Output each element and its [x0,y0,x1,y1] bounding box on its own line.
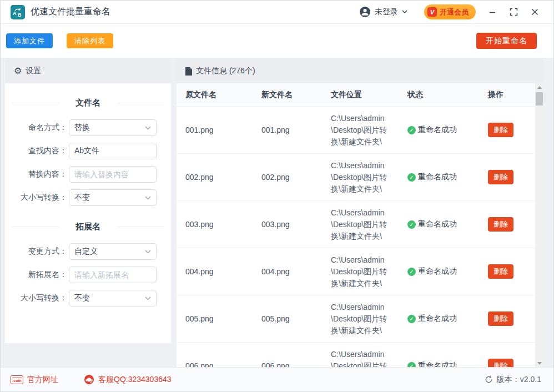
scroll-up-arrow[interactable] [535,83,543,91]
settings-panel: ⚙ 设置 文件名 命名方式： 替换 查找内容： [5,59,171,343]
original-name: 004.png [185,267,261,276]
app-title: 优速文件批量重命名 [31,6,110,18]
close-button[interactable] [527,4,542,20]
chevron-down-icon [145,126,151,130]
app-window: A B 优速文件批量重命名 未登录 [0,0,554,392]
section-title-filename: 文件名 [12,98,164,108]
delete-button[interactable]: 删除 [488,217,513,232]
table-row: 002.png 002.png C:\Users\admin\Desktop\图… [177,154,543,201]
case-convert-label: 大小写转换： [5,193,67,203]
maximize-button[interactable] [506,4,521,20]
settings-panel-header: ⚙ 设置 [5,59,171,83]
settings-title: 设置 [26,66,41,76]
status-badge: ✓重命名成功 [407,125,488,135]
minimize-button[interactable] [485,4,500,20]
file-location: C:\Users\admin\Desktop\图片转换\新建文件夹\ [331,160,387,195]
status-badge: ✓重命名成功 [407,267,488,277]
chevron-down-icon [145,196,151,200]
table-row: 005.png 005.png C:\Users\admin\Desktop\图… [177,295,543,343]
search-content-label: 查找内容： [5,146,67,156]
file-location: C:\Users\admin\Desktop\图片转换\新建文件夹\ [331,207,387,242]
col-status: 状态 [407,90,488,100]
login-status-label: 未登录 [375,7,398,17]
new-name: 001.png [261,125,331,134]
check-icon: ✓ [407,220,416,229]
chevron-down-icon [402,10,407,14]
statusbar: .com 官方网址 客服QQ:3234303643 [1,367,553,391]
file-location: C:\Users\admin\Desktop\图片转换\新建文件夹\ [331,254,387,289]
new-name: 003.png [261,220,331,229]
delete-button[interactable]: 删除 [488,123,513,137]
start-rename-button[interactable]: 开始重命名 [476,33,537,49]
status-badge: ✓重命名成功 [407,219,488,229]
section-title-extension: 拓展名 [12,222,164,232]
svg-text:B: B [18,12,22,17]
check-icon: ✓ [407,315,416,323]
new-extension-label: 新拓展名： [5,270,67,280]
file-info-panel: 文件信息 (276个) 原文件名 新文件名 文件位置 状态 操作 001.png… [177,59,543,368]
refresh-icon [485,375,493,384]
original-name: 003.png [185,220,261,229]
check-icon: ✓ [407,126,416,134]
new-extension-input[interactable] [74,270,151,279]
open-vip-button[interactable]: V 开通会员 [424,4,476,19]
headset-icon [84,374,94,385]
original-name: 005.png [185,314,261,323]
replace-content-label: 替换内容： [5,169,67,179]
case-convert-select[interactable]: 不变 [69,189,157,206]
svg-text:A: A [13,11,17,16]
ext-case-convert-select[interactable]: 不变 [69,290,157,306]
naming-method-label: 命名方式： [5,123,67,133]
scrollbar-thumb[interactable] [536,92,543,105]
user-avatar-icon [359,6,371,18]
titlebar: A B 优速文件批量重命名 未登录 [1,1,553,24]
vip-icon: V [427,7,437,17]
file-location: C:\Users\admin\Desktop\图片转换\新建文件夹\ [331,349,387,369]
table-row: 004.png 004.png C:\Users\admin\Desktop\图… [177,248,543,295]
clear-list-button[interactable]: 清除列表 [67,33,113,48]
website-icon: .com [11,375,23,384]
file-location: C:\Users\admin\Desktop\图片转换\新建文件夹\ [331,113,387,148]
status-badge: ✓重命名成功 [407,314,488,324]
delete-button[interactable]: 删除 [488,264,513,279]
col-original: 原文件名 [185,90,261,100]
table-row: 001.png 001.png C:\Users\admin\Desktop\图… [177,107,543,154]
table-scrollbar[interactable] [535,83,543,368]
original-name: 002.png [185,173,261,182]
user-account-menu[interactable]: 未登录 [359,6,407,18]
gear-icon: ⚙ [14,67,22,76]
scroll-down-arrow[interactable] [535,359,543,367]
toolbar: 添加文件 清除列表 开始重命名 [1,24,553,58]
delete-button[interactable]: 删除 [488,170,513,184]
add-files-button[interactable]: 添加文件 [6,33,53,48]
change-method-label: 变更方式： [5,247,67,257]
document-icon [185,67,192,76]
main-area: ⚙ 设置 文件名 命名方式： 替换 查找内容： [1,58,553,368]
version-info: 版本：v2.0.1 [485,375,541,385]
change-method-select[interactable]: 自定义 [69,243,157,260]
table-row: 003.png 003.png C:\Users\admin\Desktop\图… [177,201,543,248]
customer-service-link[interactable]: 客服QQ:3234303643 [84,374,172,385]
app-logo-icon: A B [11,5,25,19]
new-name: 002.png [261,173,331,182]
delete-button[interactable]: 删除 [488,311,513,326]
new-name: 004.png [261,267,331,276]
table-row: 006.png 006.png C:\Users\admin\Desktop\图… [177,343,543,368]
check-icon: ✓ [407,173,416,182]
col-new: 新文件名 [261,90,331,100]
replace-content-input[interactable] [74,170,151,179]
new-name: 005.png [261,314,331,323]
chevron-down-icon [145,296,151,300]
official-website-link[interactable]: .com 官方网址 [11,375,58,385]
naming-method-select[interactable]: 替换 [69,119,157,136]
file-info-title: 文件信息 (276个) [196,66,255,76]
original-name: 001.png [185,125,261,134]
check-icon: ✓ [407,268,416,276]
col-location: 文件位置 [331,90,407,100]
status-badge: ✓重命名成功 [407,172,488,182]
file-location: C:\Users\admin\Desktop\图片转换\新建文件夹\ [331,301,387,336]
file-info-header: 文件信息 (276个) [177,59,543,83]
chevron-down-icon [145,250,151,254]
search-content-input[interactable] [74,147,151,155]
ext-case-convert-label: 大小写转换： [5,293,67,303]
